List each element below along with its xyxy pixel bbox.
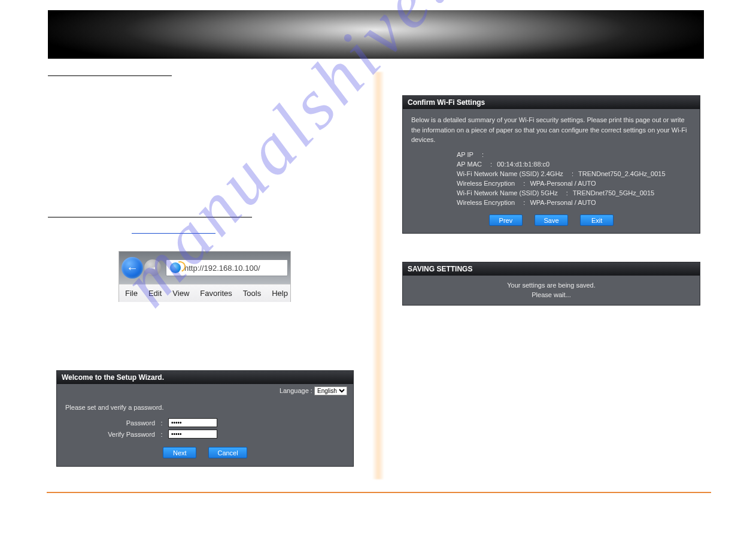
menu-file[interactable]: File bbox=[125, 289, 138, 298]
exit-button[interactable]: Exit bbox=[580, 214, 614, 226]
footer-rule bbox=[47, 492, 711, 493]
address-bar[interactable]: http://192.168.10.100/ bbox=[166, 259, 288, 276]
menu-tools[interactable]: Tools bbox=[243, 289, 261, 298]
kv-row: Wi-Fi Network Name (SSID) 2.4GHz :TRENDn… bbox=[457, 170, 691, 177]
section-heading-1 bbox=[48, 69, 172, 76]
wizard-title: Welcome to the Setup Wizard. bbox=[57, 371, 353, 384]
password-label: Password bbox=[65, 419, 155, 427]
verify-password-label: Verify Password bbox=[65, 431, 155, 438]
menu-view[interactable]: View bbox=[172, 289, 189, 298]
ie-icon bbox=[170, 262, 181, 273]
browser-toolbar: ← → http://192.168.10.100/ bbox=[119, 252, 290, 284]
language-label: Language : bbox=[280, 387, 312, 394]
confirm-wifi-panel: Confirm Wi-Fi Settings Below is a detail… bbox=[402, 95, 700, 234]
top-banner bbox=[48, 10, 704, 59]
kv-row: Wireless Encryption :WPA-Personal / AUTO bbox=[457, 199, 691, 206]
language-select[interactable]: English bbox=[314, 386, 347, 395]
left-column bbox=[48, 69, 359, 234]
setup-wizard-panel: Welcome to the Setup Wizard. Language : … bbox=[56, 370, 354, 467]
menu-edit[interactable]: Edit bbox=[148, 289, 162, 298]
kv-row: AP IP : bbox=[457, 151, 691, 158]
saving-line2: Please wait... bbox=[403, 291, 700, 298]
password-field[interactable] bbox=[168, 418, 217, 427]
menu-help[interactable]: Help bbox=[272, 289, 288, 298]
save-button[interactable]: Save bbox=[535, 214, 568, 226]
kv-row: AP MAC :00:14:d1:b1:88:c0 bbox=[457, 161, 691, 168]
section-heading-2 bbox=[48, 210, 252, 217]
saving-line1: Your settings are being saved. bbox=[403, 282, 700, 289]
saving-panel: SAVING SETTINGS Your settings are being … bbox=[402, 262, 700, 306]
colon: : bbox=[160, 431, 163, 438]
confirm-title: Confirm Wi-Fi Settings bbox=[403, 96, 700, 109]
column-divider bbox=[372, 72, 384, 479]
colon: : bbox=[160, 419, 163, 427]
kv-row: Wi-Fi Network Name (SSID) 5GHz :TRENDnet… bbox=[457, 189, 691, 197]
kv-row: Wireless Encryption :WPA-Personal / AUTO bbox=[457, 180, 691, 187]
forward-icon[interactable]: → bbox=[144, 259, 161, 276]
link-placeholder bbox=[132, 233, 215, 234]
cancel-button[interactable]: Cancel bbox=[208, 447, 247, 458]
verify-password-field[interactable] bbox=[168, 430, 217, 439]
browser-menus: File Edit View Favorites Tools Help bbox=[119, 284, 290, 302]
wizard-instruction: Please set and verify a password. bbox=[65, 404, 345, 411]
saving-title: SAVING SETTINGS bbox=[403, 262, 700, 276]
back-icon[interactable]: ← bbox=[122, 257, 143, 279]
browser-figure: ← → http://192.168.10.100/ File Edit Vie… bbox=[119, 251, 291, 302]
prev-button[interactable]: Prev bbox=[489, 214, 523, 226]
menu-favorites[interactable]: Favorites bbox=[200, 289, 232, 298]
next-button[interactable]: Next bbox=[163, 447, 196, 458]
address-url: http://192.168.10.100/ bbox=[184, 264, 260, 273]
language-row: Language : English bbox=[57, 384, 353, 398]
confirm-intro: Below is a detailed summary of your Wi-F… bbox=[411, 115, 691, 145]
